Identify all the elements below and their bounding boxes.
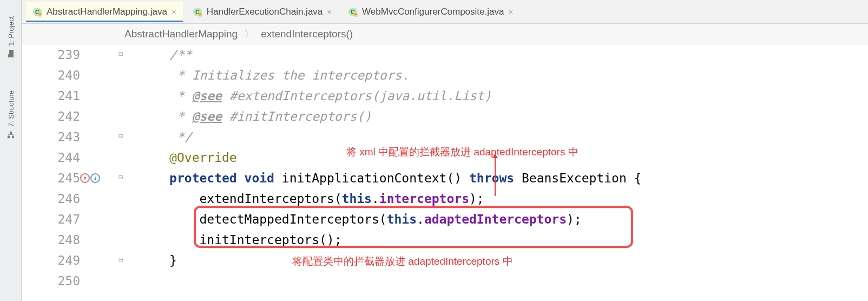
line-number: 247 bbox=[22, 209, 80, 230]
tab-handler-execution-chain[interactable]: C HandlerExecutionChain.java × bbox=[186, 2, 338, 22]
chevron-right-icon: 〉 bbox=[244, 27, 254, 41]
line-number: 239 bbox=[22, 44, 80, 65]
structure-tool-tab[interactable]: 7: Structure bbox=[6, 85, 15, 144]
code-line bbox=[124, 271, 868, 291]
line-number: 243 bbox=[22, 127, 80, 147]
annotation-highlight-box bbox=[194, 206, 633, 248]
close-icon[interactable]: × bbox=[508, 7, 513, 16]
tool-window-stripe: 1: Project 7: Structure bbox=[0, 0, 22, 301]
editor-tabs: C AbstractHandlerMapping.java × C Handle… bbox=[22, 0, 868, 24]
line-number: 249 bbox=[22, 250, 80, 271]
breadcrumb-method[interactable]: extendInterceptors() bbox=[261, 28, 353, 40]
code-editor[interactable]: 239 240 241 242 243 244 245 246 247 248 … bbox=[22, 44, 868, 301]
svg-rect-1 bbox=[12, 136, 14, 138]
tab-webmvc-configurer-composite[interactable]: C WebMvcConfigurerComposite.java × bbox=[341, 2, 520, 22]
tab-label: HandlerExecutionChain.java bbox=[207, 6, 323, 17]
structure-icon bbox=[6, 130, 15, 139]
svg-rect-10 bbox=[199, 14, 201, 15]
line-number: 240 bbox=[22, 65, 80, 86]
line-number: 245 bbox=[22, 168, 80, 188]
line-number: 250 bbox=[22, 271, 80, 291]
folder-icon bbox=[6, 49, 15, 58]
code-line: * Initializes the interceptors. bbox=[124, 65, 868, 86]
tab-abstract-handler-mapping[interactable]: C AbstractHandlerMapping.java × bbox=[26, 2, 183, 22]
override-down-icon[interactable] bbox=[90, 173, 100, 183]
override-up-icon[interactable] bbox=[80, 173, 90, 183]
line-number: 241 bbox=[22, 86, 80, 106]
close-icon[interactable]: × bbox=[172, 7, 176, 16]
java-class-icon: C bbox=[32, 7, 42, 17]
tab-label: AbstractHandlerMapping.java bbox=[47, 6, 167, 17]
project-tool-tab[interactable]: 1: Project bbox=[6, 11, 15, 63]
code-line: /** bbox=[124, 44, 868, 65]
close-icon[interactable]: × bbox=[327, 7, 332, 16]
project-tool-label: 1: Project bbox=[6, 16, 15, 46]
tab-label: WebMvcConfigurerComposite.java bbox=[362, 6, 504, 17]
svg-rect-6 bbox=[39, 14, 41, 15]
code-line: * @see #initInterceptors() bbox=[124, 106, 868, 127]
line-number: 246 bbox=[22, 188, 80, 209]
svg-rect-14 bbox=[354, 14, 357, 15]
line-number: 242 bbox=[22, 106, 80, 127]
annotation-arrow-icon bbox=[495, 157, 496, 196]
java-class-icon: C bbox=[193, 7, 202, 17]
line-number: 244 bbox=[22, 147, 80, 168]
annotation-top: 将 xml 中配置的拦截器放进 adaptedInterceptors 中 bbox=[346, 142, 578, 162]
java-class-icon: C bbox=[348, 7, 358, 17]
code-line: protected void initApplicationContext() … bbox=[124, 168, 868, 188]
structure-tool-label: 7: Structure bbox=[6, 90, 15, 127]
annotation-bottom: 将配置类中的拦截器放进 adaptedInterceptors 中 bbox=[292, 251, 513, 272]
svg-rect-0 bbox=[8, 136, 10, 138]
override-markers[interactable] bbox=[80, 173, 100, 183]
code-line: * @see #extendInterceptors(java.util.Lis… bbox=[124, 86, 868, 106]
breadcrumb-class[interactable]: AbstractHandlerMapping bbox=[124, 28, 238, 40]
breadcrumb: AbstractHandlerMapping 〉 extendIntercept… bbox=[22, 24, 868, 44]
code-area[interactable]: /** * Initializes the interceptors. * @s… bbox=[114, 44, 868, 301]
gutter: 239 240 241 242 243 244 245 246 247 248 … bbox=[22, 44, 114, 301]
svg-rect-2 bbox=[10, 132, 12, 134]
line-number: 248 bbox=[22, 230, 80, 250]
